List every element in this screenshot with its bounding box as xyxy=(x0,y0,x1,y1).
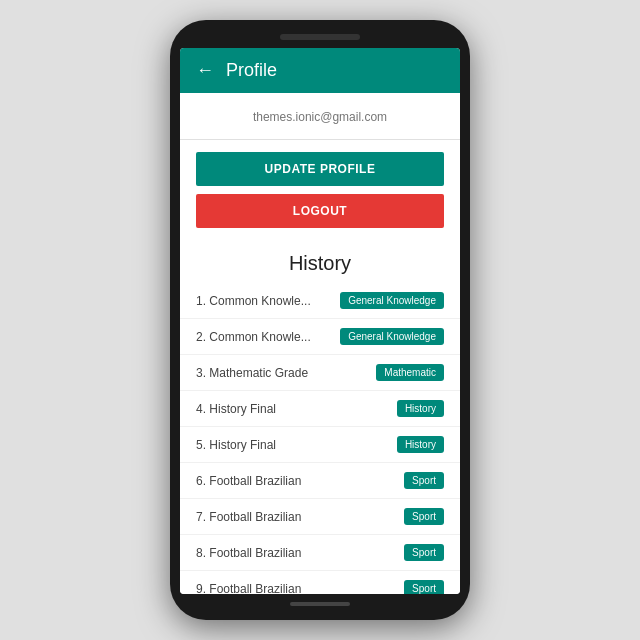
history-item-name: 7. Football Brazilian xyxy=(196,510,301,524)
history-item-name: 1. Common Knowle... xyxy=(196,294,311,308)
history-item: 1. Common Knowle...General Knowledge xyxy=(180,283,460,319)
back-button[interactable]: ← xyxy=(196,60,214,81)
history-item: 3. Mathematic GradeMathematic xyxy=(180,355,460,391)
app-header: ← Profile xyxy=(180,48,460,93)
history-item-name: 5. History Final xyxy=(196,438,276,452)
history-item-badge: Sport xyxy=(404,508,444,525)
history-item: 5. History FinalHistory xyxy=(180,427,460,463)
email-display: themes.ionic@gmail.com xyxy=(253,110,387,124)
screen-content: themes.ionic@gmail.com UPDATE PROFILE LO… xyxy=(180,93,460,594)
history-item-badge: General Knowledge xyxy=(340,328,444,345)
phone-speaker xyxy=(280,34,360,40)
history-item: 9. Football BrazilianSport xyxy=(180,571,460,594)
history-item-badge: Sport xyxy=(404,580,444,594)
phone-home-bar xyxy=(290,602,350,606)
history-item-name: 6. Football Brazilian xyxy=(196,474,301,488)
history-item-badge: History xyxy=(397,400,444,417)
page-title: Profile xyxy=(226,60,277,81)
history-item-name: 9. Football Brazilian xyxy=(196,582,301,595)
history-item-badge: General Knowledge xyxy=(340,292,444,309)
history-item: 2. Common Knowle...General Knowledge xyxy=(180,319,460,355)
history-item-badge: History xyxy=(397,436,444,453)
phone-frame: ← Profile themes.ionic@gmail.com UPDATE … xyxy=(170,20,470,620)
history-item-badge: Sport xyxy=(404,472,444,489)
update-profile-button[interactable]: UPDATE PROFILE xyxy=(196,152,444,186)
history-item-name: 4. History Final xyxy=(196,402,276,416)
history-item: 4. History FinalHistory xyxy=(180,391,460,427)
history-item: 8. Football BrazilianSport xyxy=(180,535,460,571)
logout-button[interactable]: LOGOUT xyxy=(196,194,444,228)
history-item: 6. Football BrazilianSport xyxy=(180,463,460,499)
history-item-badge: Sport xyxy=(404,544,444,561)
history-title: History xyxy=(180,240,460,283)
history-item: 7. Football BrazilianSport xyxy=(180,499,460,535)
phone-screen: ← Profile themes.ionic@gmail.com UPDATE … xyxy=(180,48,460,594)
history-item-name: 3. Mathematic Grade xyxy=(196,366,308,380)
history-item-name: 2. Common Knowle... xyxy=(196,330,311,344)
history-item-name: 8. Football Brazilian xyxy=(196,546,301,560)
history-list: 1. Common Knowle...General Knowledge2. C… xyxy=(180,283,460,594)
email-section: themes.ionic@gmail.com xyxy=(180,93,460,140)
history-item-badge: Mathematic xyxy=(376,364,444,381)
